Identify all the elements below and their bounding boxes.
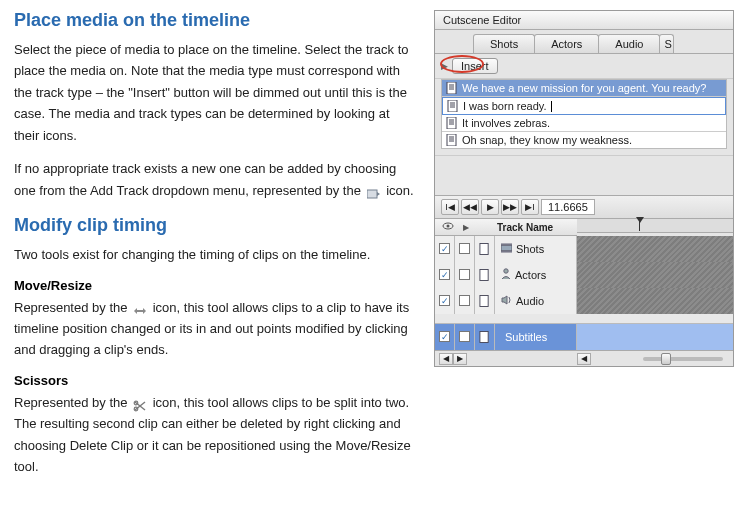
dialogue-list: We have a new mission for you agent. You… [441, 79, 727, 149]
svg-point-23 [447, 225, 450, 228]
checkbox[interactable]: ✓ [439, 295, 450, 306]
mute-box[interactable] [459, 269, 470, 280]
play-button[interactable]: ▶ [481, 199, 499, 215]
track-gap [435, 314, 733, 324]
rewind-start-button[interactable]: I◀ [441, 199, 459, 215]
tab-cut[interactable]: S [659, 34, 674, 53]
subheading-scissors: Scissors [14, 373, 414, 388]
track-row-shots[interactable]: ✓ Shots [435, 236, 733, 262]
svg-rect-25 [501, 245, 512, 251]
mute-box[interactable] [459, 243, 470, 254]
track-row-actors[interactable]: ✓ Actors [435, 262, 733, 288]
dialogue-text[interactable]: I was born ready. [463, 100, 547, 112]
transport-bar: I◀ ◀◀ ▶ ▶▶ ▶I 11.6665 [435, 195, 733, 219]
scissors-icon [133, 397, 147, 409]
track-header-row: ▶ Track Name [435, 219, 577, 236]
tab-shots[interactable]: Shots [473, 34, 535, 53]
paragraph: Two tools exist for changing the timing … [14, 244, 414, 265]
tab-audio[interactable]: Audio [598, 34, 660, 53]
mute-box[interactable] [459, 331, 470, 342]
svg-rect-27 [501, 250, 512, 252]
text: icon. [386, 183, 413, 198]
document-icon [475, 324, 495, 350]
subheading-move-resize: Move/Resize [14, 278, 414, 293]
insert-row: ▶ Insert [435, 54, 733, 79]
track-name: Audio [516, 295, 544, 307]
add-track-icon [367, 185, 381, 197]
svg-point-29 [504, 269, 508, 273]
document-icon [475, 236, 495, 262]
track-lane[interactable] [577, 262, 733, 288]
zoom-knob[interactable] [661, 353, 671, 365]
track-name-header: Track Name [493, 222, 573, 233]
track-row-audio[interactable]: ✓ Audio [435, 288, 733, 314]
cutscene-editor-window: Cutscene Editor Shots Actors Audio S ▶ I… [434, 10, 734, 367]
cutscene-editor-screenshot: Cutscene Editor Shots Actors Audio S ▶ I… [434, 10, 734, 490]
svg-rect-28 [480, 269, 488, 280]
svg-rect-30 [480, 295, 488, 306]
dialogue-text: It involves zebras. [462, 117, 550, 129]
document-icon [446, 117, 458, 129]
paragraph: Represented by the icon, this tool allow… [14, 392, 414, 478]
playhead-icon[interactable] [639, 219, 640, 231]
dialogue-text: We have a new mission for you agent. You… [462, 82, 706, 94]
track-name: Subtitles [505, 331, 547, 343]
time-field[interactable]: 11.6665 [541, 199, 595, 215]
document-icon [475, 262, 495, 288]
heading-place-media: Place media on the timeline [14, 10, 414, 31]
text: If no appropriate track exists a new one… [14, 161, 396, 197]
forward-button[interactable]: ▶▶ [501, 199, 519, 215]
track-row-subtitles[interactable]: ✓ Subtitles [435, 324, 733, 350]
insert-button[interactable]: Insert [452, 58, 498, 74]
svg-rect-31 [480, 331, 488, 342]
svg-rect-24 [480, 243, 488, 254]
move-resize-icon [133, 302, 147, 314]
scroll-right-button[interactable]: ▶ [453, 353, 467, 365]
document-icon [446, 134, 458, 146]
track-lane[interactable] [577, 288, 733, 314]
document-icon [447, 100, 459, 112]
actor-icon [501, 268, 511, 281]
zoom-slider[interactable] [643, 357, 723, 361]
track-name: Actors [515, 269, 546, 281]
paragraph: Represented by the icon, this tool allow… [14, 297, 414, 361]
rewind-button[interactable]: ◀◀ [461, 199, 479, 215]
scroll-row: ◀ ▶ ◀ [435, 350, 733, 366]
dialogue-row[interactable]: We have a new mission for you agent. You… [442, 80, 726, 97]
dialogue-text: Oh snap, they know my weakness. [462, 134, 632, 146]
timeline-scroll-left[interactable]: ◀ [577, 353, 591, 365]
dialogue-row[interactable]: It involves zebras. [442, 115, 726, 132]
text: Represented by the [14, 395, 131, 410]
scroll-left-button[interactable]: ◀ [439, 353, 453, 365]
checkbox[interactable]: ✓ [439, 331, 450, 342]
svg-rect-26 [501, 243, 512, 245]
svg-rect-6 [447, 82, 456, 94]
dialogue-row[interactable]: I was born ready. [442, 97, 726, 115]
forward-end-button[interactable]: ▶I [521, 199, 539, 215]
window-title: Cutscene Editor [443, 14, 521, 26]
track-lane[interactable] [577, 236, 733, 262]
paragraph: If no appropriate track exists a new one… [14, 158, 414, 201]
chevron-right-icon: ▶ [457, 223, 475, 232]
paragraph: Select the piece of media to place on th… [14, 39, 414, 146]
window-titlebar: Cutscene Editor [435, 11, 733, 30]
svg-rect-10 [448, 100, 457, 112]
text-caret [551, 101, 552, 112]
chevron-right-icon[interactable]: ▶ [441, 61, 448, 71]
track-lane[interactable] [577, 324, 733, 350]
dialogue-row[interactable]: Oh snap, they know my weakness. [442, 132, 726, 148]
checkbox[interactable]: ✓ [439, 269, 450, 280]
audio-icon [501, 295, 512, 307]
checkbox[interactable]: ✓ [439, 243, 450, 254]
tab-row: Shots Actors Audio S [435, 30, 733, 54]
document-icon [446, 82, 458, 94]
tab-actors[interactable]: Actors [534, 34, 599, 53]
track-name: Shots [516, 243, 544, 255]
mute-box[interactable] [459, 295, 470, 306]
eye-icon [439, 221, 457, 233]
track-area: ✓ Shots ✓ Actors [435, 236, 733, 350]
timeline-ruler[interactable] [577, 219, 733, 233]
track-header-panel: ▶ Track Name [435, 219, 733, 236]
svg-rect-14 [447, 117, 456, 129]
document-icon [475, 288, 495, 314]
